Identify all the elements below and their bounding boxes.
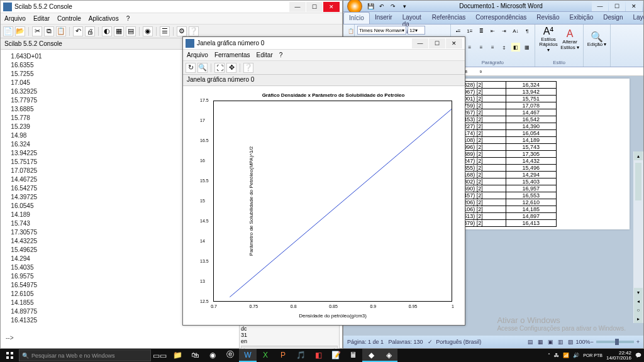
paste-icon[interactable]: 📋: [347, 26, 355, 35]
maximize-button[interactable]: ☐: [609, 1, 625, 11]
taskbar-edge[interactable]: ⓔ: [221, 349, 239, 362]
taskbar-chrome[interactable]: ◉: [204, 349, 221, 362]
rotate-icon[interactable]: ↻: [186, 63, 196, 73]
font-name-select[interactable]: Times New Roman ▾: [357, 26, 406, 35]
scroll-up-icon[interactable]: ▴: [634, 151, 643, 160]
taskbar-scilab[interactable]: ◆: [362, 349, 380, 362]
zoom-out-icon[interactable]: −: [590, 339, 593, 345]
menu-editar[interactable]: Editar: [257, 52, 273, 58]
tray-wifi-icon[interactable]: 📶: [563, 353, 569, 358]
save-icon[interactable]: 💾: [366, 2, 375, 11]
tray-clock[interactable]: 22:42 14/07/2016: [606, 351, 631, 361]
taskbar-calculator[interactable]: 🖩: [345, 349, 362, 362]
tab-design[interactable]: Design: [598, 12, 628, 24]
taskbar-excel[interactable]: X: [257, 349, 274, 362]
table-cell[interactable]: 14,390: [506, 123, 556, 130]
tab-layout[interactable]: Layout: [628, 12, 644, 24]
change-styles-button[interactable]: AAlterar Estilos ▾: [559, 26, 580, 53]
sort-icon[interactable]: A↓: [511, 26, 520, 35]
tab-inicio[interactable]: Início: [343, 12, 370, 24]
indent-right-icon[interactable]: ⇥: [500, 26, 509, 35]
tray-network-icon[interactable]: 🖧: [554, 353, 559, 358]
zoom-box-icon[interactable]: 🔍: [197, 63, 208, 73]
taskbar-word[interactable]: W: [239, 349, 257, 362]
scilab-titlebar[interactable]: Scilab 5.5.2 Console — ☐ ✕: [1, 1, 342, 13]
tool1-icon[interactable]: ◐: [102, 26, 112, 36]
align-right-icon[interactable]: ≡: [477, 43, 486, 52]
table-cell[interactable]: 14,897: [506, 213, 556, 220]
menu-help[interactable]: ?: [279, 52, 283, 58]
undo-icon[interactable]: ↶: [377, 2, 386, 11]
quick-styles-button[interactable]: A⁴Estilos Rápidos ▾: [538, 26, 559, 53]
menu-arquivo[interactable]: Arquivo: [4, 15, 26, 22]
next-page-icon[interactable]: ▸: [634, 314, 643, 323]
table-cell[interactable]: 14,294: [506, 172, 556, 178]
bullets-icon[interactable]: •≡: [454, 26, 463, 35]
zoom-thumb[interactable]: [615, 339, 619, 345]
tray-notifications-icon[interactable]: 💬: [635, 353, 641, 358]
gfx-tab[interactable]: Janela gráfica número 0: [183, 75, 465, 86]
gfx-titlebar[interactable]: Janela gráfica número 0 — ☐ ✕: [183, 37, 465, 50]
table-cell[interactable]: 15,743: [506, 144, 556, 151]
tab-correspondencias[interactable]: Correspondências: [470, 12, 531, 24]
multilevel-icon[interactable]: ≣: [477, 26, 486, 35]
font-size-select[interactable]: 12 ▾: [408, 26, 425, 35]
paste-icon[interactable]: 📋: [56, 26, 66, 36]
borders-icon[interactable]: ▦: [523, 43, 531, 52]
taskbar-file-explorer[interactable]: 📁: [169, 349, 186, 362]
maximize-button[interactable]: ☐: [306, 2, 323, 12]
table-cell[interactable]: 13,942: [506, 89, 556, 96]
folder-icon[interactable]: ☰: [160, 26, 170, 36]
table-cell[interactable]: 17,305: [506, 151, 556, 158]
word-titlebar[interactable]: 💾 ↶ ↷ ▾ Documento1 - Microsoft Word — ☐ …: [343, 1, 643, 12]
start-button[interactable]: [0, 349, 19, 362]
taskbar-search[interactable]: 🔍 Pesquisar na Web e no Windows: [19, 349, 151, 361]
tray-volume-icon[interactable]: 🔊: [573, 353, 579, 358]
view-outline-icon[interactable]: ▥: [556, 337, 565, 346]
view-read-icon[interactable]: ▦: [536, 337, 545, 346]
tab-exibicao[interactable]: Exibição: [565, 12, 599, 24]
show-marks-icon[interactable]: ¶: [523, 26, 531, 35]
tray-ime[interactable]: POR PTB: [583, 353, 602, 358]
table-cell[interactable]: 16,957: [506, 185, 556, 192]
zoom-level[interactable]: 100%: [575, 339, 590, 345]
print-icon[interactable]: 🖨: [85, 26, 95, 36]
tab-revisao[interactable]: Revisão: [531, 12, 564, 24]
minimize-button[interactable]: —: [592, 1, 608, 11]
settings-icon[interactable]: ⚙: [177, 26, 187, 36]
qat-dropdown-icon[interactable]: ▾: [400, 2, 409, 11]
status-words[interactable]: Palavras: 130: [389, 339, 423, 345]
status-page[interactable]: Página: 1 de 1: [347, 339, 384, 345]
table-cell[interactable]: 15,751: [506, 96, 556, 102]
cut-icon[interactable]: ✂: [32, 26, 42, 36]
zoom-slider[interactable]: [596, 341, 634, 343]
tab-inserir[interactable]: Inserir: [370, 12, 397, 24]
taskbar-powerpoint[interactable]: P: [274, 349, 292, 362]
status-spellcheck-icon[interactable]: ✓: [428, 339, 433, 345]
taskbar-notepad[interactable]: 📝: [327, 349, 345, 362]
line-spacing-icon[interactable]: ‡: [500, 43, 509, 52]
pan-icon[interactable]: ✥: [226, 63, 236, 73]
view-web-icon[interactable]: ▣: [546, 337, 555, 346]
indent-left-icon[interactable]: ⇤: [488, 26, 497, 35]
atoms-icon[interactable]: ◉: [143, 26, 153, 36]
zoom-fit-icon[interactable]: ⛶: [214, 63, 225, 73]
scroll-down-icon[interactable]: ▾: [634, 288, 643, 297]
close-button[interactable]: ✕: [626, 1, 642, 11]
copy-icon[interactable]: ⧉: [44, 26, 54, 36]
scroll-thumb[interactable]: [635, 163, 641, 200]
menu-aplicativos[interactable]: Aplicativos: [89, 15, 119, 22]
task-view-icon[interactable]: ▭▭: [151, 349, 169, 362]
table-cell[interactable]: 14,467: [506, 109, 556, 116]
menu-editar[interactable]: Editar: [33, 15, 50, 22]
table-cell[interactable]: 14,189: [506, 137, 556, 144]
taskbar-store[interactable]: 🛍: [186, 349, 204, 362]
tool3-icon[interactable]: ▤: [126, 26, 136, 36]
open-icon[interactable]: 📂: [15, 26, 25, 36]
shading-icon[interactable]: ◧: [511, 43, 520, 52]
menu-controle[interactable]: Controle: [57, 15, 81, 22]
browse-object-icon[interactable]: ○: [634, 305, 643, 314]
close-button[interactable]: ✕: [323, 2, 340, 12]
editing-button[interactable]: 🔍Edição ▾: [586, 26, 608, 53]
undo-icon[interactable]: ↶: [73, 26, 83, 36]
